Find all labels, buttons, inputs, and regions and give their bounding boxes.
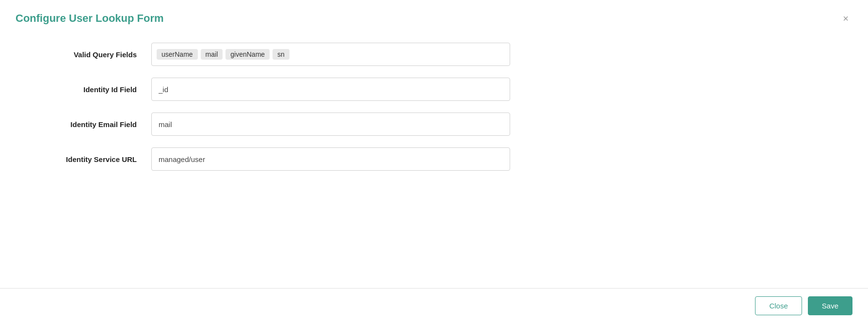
modal-header: Configure User Lookup Form × (0, 0, 868, 33)
tag-username: userName (157, 49, 198, 60)
valid-query-fields-label: Valid Query Fields (16, 50, 151, 59)
modal-title: Configure User Lookup Form (16, 12, 164, 25)
tag-mail: mail (201, 49, 223, 60)
modal-footer: Close Save (0, 288, 868, 323)
tag-sn: sn (273, 49, 289, 60)
modal-container: Configure User Lookup Form × Valid Query… (0, 0, 868, 323)
close-button[interactable]: Close (755, 296, 802, 315)
tag-givenname: givenName (225, 49, 270, 60)
identity-id-field-label: Identity Id Field (16, 85, 151, 94)
identity-service-url-row: Identity Service URL (16, 147, 852, 171)
identity-service-url-input[interactable] (151, 147, 510, 171)
save-button[interactable]: Save (808, 296, 852, 315)
identity-id-field-row: Identity Id Field (16, 78, 852, 101)
valid-query-fields-row: Valid Query Fields userName mail givenNa… (16, 43, 852, 66)
identity-email-field-input[interactable] (151, 113, 510, 136)
identity-service-url-label: Identity Service URL (16, 155, 151, 163)
modal-close-x-button[interactable]: × (839, 12, 852, 25)
modal-body: Valid Query Fields userName mail givenNa… (0, 33, 868, 288)
identity-email-field-label: Identity Email Field (16, 120, 151, 129)
valid-query-fields-input[interactable]: userName mail givenName sn (151, 43, 510, 66)
identity-id-field-input[interactable] (151, 78, 510, 101)
identity-email-field-row: Identity Email Field (16, 113, 852, 136)
